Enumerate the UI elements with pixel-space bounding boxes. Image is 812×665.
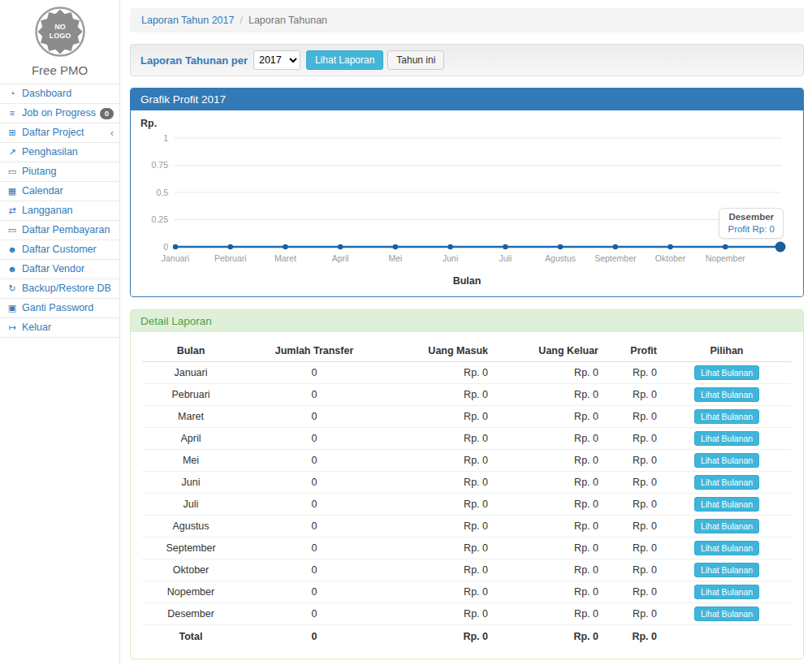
sidebar-item-label: Dashboard [22, 88, 71, 100]
cell: Pebruari [142, 384, 240, 406]
svg-text:Mei: Mei [388, 253, 402, 263]
sidebar-item-label: Daftar Vendor [22, 263, 84, 275]
cell: Rp. 0 [603, 450, 662, 472]
retweet-icon: ⇄ [6, 205, 19, 217]
sidebar-item-keluar[interactable]: ↦Keluar [0, 318, 119, 338]
chart-tooltip-title: Desember [728, 212, 775, 222]
lihat-bulanan-button[interactable]: Lihat Bulanan [694, 365, 759, 380]
cell: 0 [240, 450, 389, 472]
sidebar-menu: ◔Dashboard≡Job on Progress0⊞Daftar Proje… [0, 84, 119, 338]
sidebar-item-label: Calendar [22, 185, 63, 197]
lihat-bulanan-button[interactable]: Lihat Bulanan [694, 519, 759, 533]
table-row: Nopember0Rp. 0Rp. 0Rp. 0Lihat Bulanan [142, 581, 792, 603]
cell: Rp. 0 [389, 472, 493, 494]
job-count-badge: 0 [100, 108, 114, 119]
lihat-bulanan-button[interactable]: Lihat Bulanan [694, 607, 759, 621]
svg-text:0.25: 0.25 [152, 214, 169, 224]
svg-text:Pebruari: Pebruari [214, 253, 247, 263]
cell: 0 [240, 559, 389, 581]
column-header-pilihan: Pilihan [662, 340, 792, 362]
table-row: Desember0Rp. 0Rp. 0Rp. 0Lihat Bulanan [142, 603, 792, 625]
cell: Rp. 0 [493, 384, 603, 406]
column-header-uang-masuk: Uang Masuk [389, 340, 493, 362]
pilihan-cell: Lihat Bulanan [662, 516, 792, 538]
table-row: Maret0Rp. 0Rp. 0Rp. 0Lihat Bulanan [142, 406, 792, 428]
cell: Rp. 0 [389, 428, 493, 450]
report-filter-bar: Laporan Tahunan per 2017 Lihat Laporan T… [130, 44, 804, 76]
sidebar-item-piutang[interactable]: ▭Piutang [0, 162, 119, 182]
lihat-laporan-button[interactable]: Lihat Laporan [306, 50, 383, 70]
cell: Rp. 0 [493, 362, 603, 384]
cell: Agustus [142, 516, 240, 538]
lihat-bulanan-button[interactable]: Lihat Bulanan [694, 563, 759, 577]
cell: Rp. 0 [389, 406, 493, 428]
svg-text:Juni: Juni [443, 253, 458, 263]
pilihan-cell: Lihat Bulanan [662, 450, 792, 472]
pilihan-cell: Lihat Bulanan [662, 384, 792, 406]
report-table-head: BulanJumlah TransferUang MasukUang Kelua… [142, 340, 792, 362]
cell: 0 [240, 625, 389, 646]
svg-text:Agustus: Agustus [545, 253, 576, 263]
cell: Rp. 0 [603, 625, 662, 646]
sidebar-item-label: Daftar Pembayaran [22, 224, 110, 236]
sidebar-item-calendar[interactable]: ▦Calendar [0, 182, 119, 201]
cell: Mei [142, 450, 240, 472]
cell: Rp. 0 [493, 559, 603, 581]
cell: Rp. 0 [389, 362, 493, 384]
sidebar-item-ganti-password[interactable]: ▣Ganti Password [0, 299, 119, 318]
sidebar-item-label: Daftar Customer [22, 244, 97, 256]
chart-x-axis-title: Bulan [139, 275, 795, 287]
cell: Rp. 0 [603, 603, 662, 625]
sidebar-item-daftar-vendor[interactable]: ☻Daftar Vendor [0, 260, 119, 279]
cell: Rp. 0 [389, 450, 493, 472]
cell: Rp. 0 [389, 384, 493, 406]
logo-text-line1: NO [54, 23, 66, 31]
svg-text:September: September [594, 253, 637, 263]
cell: Juni [142, 472, 240, 494]
sidebar-item-dashboard[interactable]: ◔Dashboard [0, 84, 119, 104]
sign-out-icon: ↦ [6, 322, 19, 334]
cell: Desember [142, 603, 240, 625]
money-icon: ▭ [6, 224, 19, 236]
lihat-bulanan-button[interactable]: Lihat Bulanan [694, 497, 759, 512]
no-logo-badge-icon: NO LOGO [34, 6, 86, 58]
lihat-bulanan-button[interactable]: Lihat Bulanan [694, 409, 759, 424]
sidebar-item-penghasilan[interactable]: ↗Penghasilan [0, 143, 119, 162]
cell: Rp. 0 [493, 516, 603, 538]
cell: 0 [240, 406, 389, 428]
sidebar-item-job-on-progress[interactable]: ≡Job on Progress0 [0, 104, 119, 123]
dashboard-icon: ◔ [6, 88, 19, 100]
lihat-bulanan-button[interactable]: Lihat Bulanan [694, 585, 759, 599]
cell: Rp. 0 [603, 581, 662, 603]
cell: Nopember [142, 581, 240, 603]
lihat-bulanan-button[interactable]: Lihat Bulanan [694, 431, 759, 446]
svg-text:Juli: Juli [499, 253, 512, 263]
svg-text:Nopember: Nopember [706, 253, 746, 263]
cell: Rp. 0 [493, 603, 603, 625]
brand-name: Free PMO [0, 63, 119, 77]
lihat-bulanan-button[interactable]: Lihat Bulanan [694, 453, 759, 468]
breadcrumb-link-laporan-tahun[interactable]: Laporan Tahun 2017 [141, 15, 234, 26]
column-header-jumlah-transfer: Jumlah Transfer [240, 340, 389, 362]
lihat-bulanan-button[interactable]: Lihat Bulanan [694, 475, 759, 490]
sidebar-item-backup-restore-db[interactable]: ↻Backup/Restore DB [0, 279, 119, 299]
detail-laporan-body: BulanJumlah TransferUang MasukUang Kelua… [131, 332, 803, 659]
cell: Juli [142, 494, 240, 516]
sidebar-item-daftar-project[interactable]: ⊞Daftar Project‹ [0, 123, 119, 143]
cell: Rp. 0 [389, 494, 493, 516]
total-row: Total0Rp. 0Rp. 0Rp. 0 [142, 625, 792, 646]
cell: 0 [240, 538, 389, 559]
sidebar-item-daftar-customer[interactable]: ☻Daftar Customer [0, 240, 119, 260]
lihat-bulanan-button[interactable]: Lihat Bulanan [694, 387, 759, 402]
tasks-icon: ≡ [6, 107, 19, 119]
lihat-bulanan-button[interactable]: Lihat Bulanan [694, 541, 759, 555]
sidebar-item-daftar-pembayaran[interactable]: ▭Daftar Pembayaran [0, 221, 119, 240]
tahun-ini-button[interactable]: Tahun ini [387, 50, 444, 70]
table-row: Mei0Rp. 0Rp. 0Rp. 0Lihat Bulanan [142, 450, 792, 472]
pilihan-cell: Lihat Bulanan [662, 428, 792, 450]
sidebar: NO LOGO Free PMO ◔Dashboard≡Job on Progr… [0, 0, 120, 665]
sidebar-item-langganan[interactable]: ⇄Langganan [0, 201, 119, 221]
year-select[interactable]: 2017 [253, 50, 300, 70]
cell: Rp. 0 [389, 559, 493, 581]
profit-line-chart[interactable]: Rp.00.250.50.751JanuariPebruariMaretApri… [139, 117, 793, 271]
